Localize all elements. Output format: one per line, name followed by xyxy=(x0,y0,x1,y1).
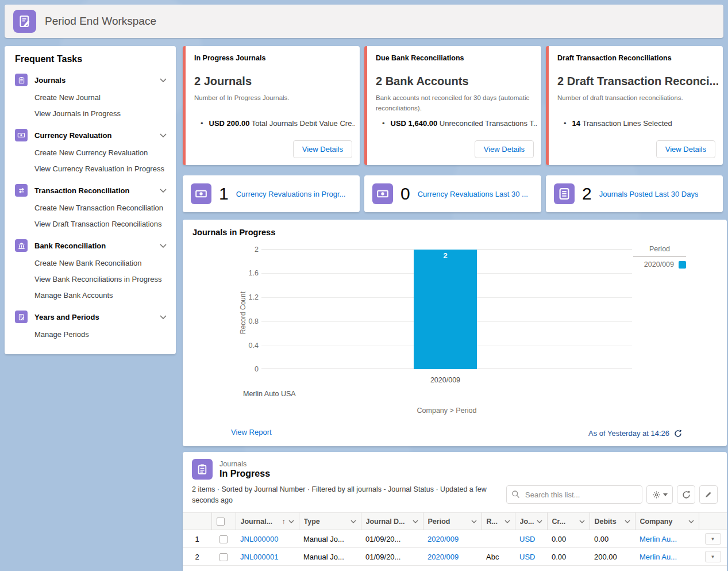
sidebar-group-label: Journals xyxy=(34,76,153,85)
kpi-headline: 2 Journals xyxy=(194,75,355,88)
column-reference[interactable]: R... xyxy=(482,513,515,530)
kpi-bullet: •14 Transaction Lines Selected xyxy=(564,119,718,128)
refresh-icon[interactable] xyxy=(674,430,682,438)
journal-number-link[interactable]: JNL000001 xyxy=(240,553,279,561)
dashboard-content: In Progress Journals 2 Journals Number o… xyxy=(183,46,727,571)
journal-date-cell: 01/09/20... xyxy=(361,530,423,548)
sidebar-item-manage-periods[interactable]: Manage Periods xyxy=(15,327,167,343)
credits-cell: 0.00 xyxy=(547,548,590,566)
journals-icon xyxy=(192,459,213,480)
column-period[interactable]: Period xyxy=(423,513,482,530)
y-tick: 0.4 xyxy=(237,342,259,350)
company-link[interactable]: Merlin Au... xyxy=(640,535,677,543)
kpi-bullet: •USD 200.00 Total Journals Debit Value C… xyxy=(201,119,355,128)
kpi-title: In Progress Journals xyxy=(194,54,353,62)
sidebar-item-view-draft-transaction-reconciliations[interactable]: View Draft Transaction Reconciliations xyxy=(15,216,167,232)
journals-icon xyxy=(15,74,28,86)
table-row: 2 JNL000001 Manual Jo... 01/09/20... 202… xyxy=(183,548,727,566)
journal-number-link[interactable]: JNL000000 xyxy=(240,535,279,543)
sidebar-item-create-new-journal[interactable]: Create New Journal xyxy=(15,90,167,106)
kpi-card-row: In Progress Journals 2 Journals Number o… xyxy=(183,46,723,165)
stat-link[interactable]: Currency Revaluations in Progr... xyxy=(236,190,346,198)
sidebar-item-view-journals-in-progress[interactable]: View Journals in Progress xyxy=(15,106,167,122)
period-link[interactable]: 2020/009 xyxy=(427,553,459,561)
sidebar-item-view-currency-revaluation-in-progress[interactable]: View Currency Revaluation in Progress xyxy=(15,161,167,177)
select-all-header xyxy=(211,513,236,530)
view-details-button[interactable]: View Details xyxy=(656,140,715,158)
chevron-down-icon xyxy=(160,244,167,248)
kpi-bullet-value: USD 200.00 xyxy=(209,119,250,128)
column-journal-currency[interactable]: Jo... xyxy=(515,513,547,530)
select-all-checkbox[interactable] xyxy=(217,518,225,526)
workspace-doc-pencil-icon xyxy=(13,10,36,33)
search-input[interactable] xyxy=(506,485,642,504)
row-number-header xyxy=(183,513,211,530)
sidebar-group-label: Currency Revaluation xyxy=(34,131,153,140)
list-edit-button[interactable] xyxy=(699,485,718,504)
row-checkbox[interactable] xyxy=(219,535,228,543)
view-details-button[interactable]: View Details xyxy=(475,140,534,158)
table-row: 1 JNL000000 Manual Jo... 01/09/20... 202… xyxy=(183,530,727,548)
kpi-title: Draft Transaction Reconciliations xyxy=(557,54,716,62)
chevron-down-icon xyxy=(160,133,167,137)
reference-cell: Abc xyxy=(482,548,515,566)
app-header: Period End Workspace xyxy=(5,5,723,38)
stat-value: 0 xyxy=(400,184,410,204)
chevron-down-icon xyxy=(625,520,630,523)
legend-item-2020-009: 2020/009 xyxy=(633,260,686,269)
sidebar-item-manage-bank-accounts[interactable]: Manage Bank Accounts xyxy=(15,288,167,304)
legend-swatch xyxy=(679,261,686,269)
view-details-button[interactable]: View Details xyxy=(293,140,352,158)
list-settings-button[interactable] xyxy=(646,485,673,504)
chevron-down-icon xyxy=(504,520,510,523)
period-link[interactable]: 2020/009 xyxy=(427,535,459,543)
bar-2020-009[interactable]: 2 xyxy=(414,250,477,369)
sidebar-group-bank-reconciliation[interactable]: Bank Reconciliation xyxy=(15,239,167,252)
chevron-down-icon xyxy=(160,315,167,319)
column-debits[interactable]: Debits xyxy=(590,513,635,530)
sort-asc-icon: ↑ xyxy=(282,518,286,526)
sidebar-group-transaction-reconciliation[interactable]: Transaction Reconciliation xyxy=(15,184,167,197)
bullet-dot: • xyxy=(382,119,385,128)
currency-link[interactable]: USD xyxy=(519,535,535,543)
sidebar-group-label: Years and Periods xyxy=(34,313,153,321)
chevron-down-icon xyxy=(160,189,167,193)
list-view-name[interactable]: In Progress xyxy=(219,469,270,479)
view-report-link[interactable]: View Report xyxy=(231,428,272,436)
row-actions-button[interactable]: ▼ xyxy=(705,533,721,545)
column-journal-number[interactable]: Journal...↑ xyxy=(236,513,299,530)
chevron-down-icon xyxy=(537,520,542,523)
sidebar-group-journals[interactable]: Journals xyxy=(15,74,167,86)
list-refresh-button[interactable] xyxy=(677,485,695,504)
stat-card-currency-revaluations-in-progress: 1 Currency Revaluations in Progr... xyxy=(183,175,360,212)
row-actions-button[interactable]: ▼ xyxy=(705,551,721,562)
row-number: 1 xyxy=(183,530,211,548)
stat-link[interactable]: Journals Posted Last 30 Days xyxy=(599,190,699,198)
reference-cell xyxy=(482,530,515,548)
chevron-down-icon xyxy=(688,520,694,523)
chevron-down-icon xyxy=(160,78,167,82)
company-link[interactable]: Merlin Au... xyxy=(640,553,677,561)
column-credits[interactable]: Cr... xyxy=(547,513,590,530)
column-journal-date[interactable]: Journal D... xyxy=(361,513,423,530)
posted-journal-icon xyxy=(554,183,575,204)
row-checkbox[interactable] xyxy=(219,553,228,561)
debits-cell: 200.00 xyxy=(590,548,635,566)
currency-link[interactable]: USD xyxy=(519,553,535,561)
list-meta-line: 2 items · Sorted by Journal Number · Fil… xyxy=(192,484,514,507)
sidebar-item-create-new-currency-revaluation[interactable]: Create New Currency Revaluation xyxy=(15,145,167,161)
sidebar-group-years-and-periods[interactable]: Years and Periods xyxy=(15,311,167,323)
sidebar-item-create-new-bank-reconciliation[interactable]: Create New Bank Reconciliation xyxy=(15,255,167,271)
column-type[interactable]: Type xyxy=(299,513,361,530)
type-cell: Manual Jo... xyxy=(299,548,361,566)
stat-card-row: 1 Currency Revaluations in Progr... 0 Cu… xyxy=(183,175,723,212)
sidebar-item-create-new-transaction-reconciliation[interactable]: Create New Transaction Reconciliation xyxy=(15,200,167,216)
sidebar-group-currency-revaluation[interactable]: Currency Revaluation xyxy=(15,129,167,141)
y-tick: 0 xyxy=(237,365,259,373)
column-company[interactable]: Company xyxy=(635,513,699,530)
bullet-dot: • xyxy=(201,119,203,128)
kpi-card-in-progress-journals: In Progress Journals 2 Journals Number o… xyxy=(183,46,360,165)
sidebar-item-view-bank-reconciliations-in-progress[interactable]: View Bank Reconciliations in Progress xyxy=(15,271,167,288)
stat-link[interactable]: Currency Revaluations Last 30 ... xyxy=(418,190,528,198)
pencil-icon xyxy=(704,490,712,499)
